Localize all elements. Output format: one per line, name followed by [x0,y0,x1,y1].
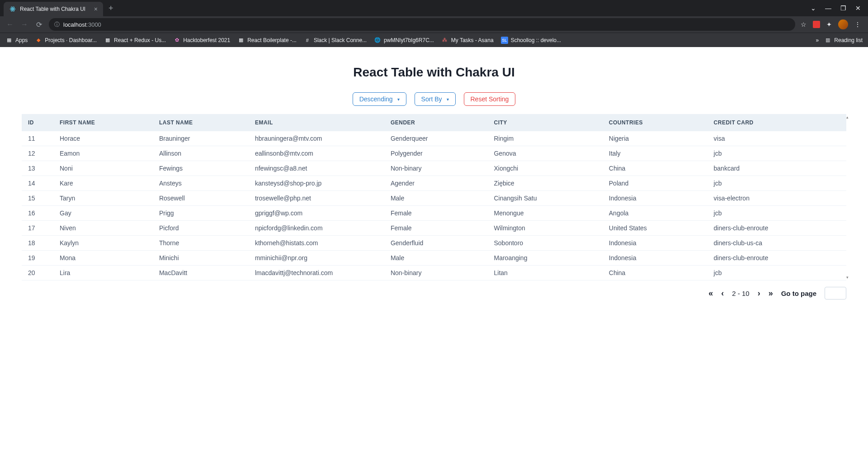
cell-cc: jcb [708,146,846,161]
cell-id: 15 [22,191,53,206]
cell-last: Allinson [153,146,249,161]
col-gender[interactable]: GENDER [384,114,488,131]
bookmark-hacktoberfest[interactable]: ✿Hacktoberfest 2021 [173,37,230,44]
reload-icon[interactable]: ⟳ [34,20,43,29]
cell-cc: diners-club-enroute [708,221,846,236]
go-to-page-label: Go to page [781,290,816,297]
scroll-down-icon[interactable]: ▾ [846,275,849,280]
avatar[interactable] [838,19,848,29]
table-header-row: ID FIRST NAME LAST NAME EMAIL GENDER CIT… [22,114,846,131]
cell-first: Gay [53,206,153,221]
cell-gender: Female [384,221,488,236]
table-controls: Descending▾ Sort By▾ Reset Sorting [0,92,868,106]
hacktoberfest-icon: ✿ [173,37,180,44]
extension-icon[interactable] [813,21,820,28]
cell-city: Wilmington [487,221,602,236]
col-email[interactable]: EMAIL [249,114,384,131]
table-row: 13NoniFewingsnfewingsc@a8.netNon-binaryX… [22,161,846,176]
cell-first: Niven [53,221,153,236]
browser-tab[interactable]: React Table with Chakra UI × [4,2,103,16]
reading-list-button[interactable]: ▥Reading list [824,37,863,44]
forward-icon[interactable]: → [20,20,29,29]
cell-id: 17 [22,221,53,236]
cell-last: Brauninger [153,131,249,146]
table-row: 16GayPrigggpriggf@wp.comFemaleMenongueAn… [22,206,846,221]
descending-select[interactable]: Descending▾ [353,92,406,106]
cell-id: 16 [22,206,53,221]
address-bar[interactable]: ⓘ localhost:3000 [49,18,795,31]
bookmark-boilerplate[interactable]: ▩React Boilerplate -... [237,37,297,44]
cell-email: eallinsonb@mtv.com [249,146,384,161]
bookmark-slack[interactable]: #Slack | Slack Conne... [304,37,367,44]
col-countries[interactable]: COUNTRIES [603,114,708,131]
bookmark-apps[interactable]: ▦Apps [5,37,28,44]
col-city[interactable]: CITY [487,114,602,131]
bookmark-react-redux[interactable]: ▩React + Redux - Us... [104,37,166,44]
bookmarks-overflow[interactable]: » [816,37,819,43]
extensions-icon[interactable]: ✦ [826,21,832,28]
svg-point-0 [12,9,13,10]
bookmark-random[interactable]: 🌐pwMNIyt7bIg6R7C... [374,37,434,44]
next-page-button[interactable]: › [758,289,760,298]
cell-city: Cinangsih Satu [487,191,602,206]
cell-country: China [603,266,708,281]
table-row: 14KareAnsteyskansteysd@shop-pro.jpAgende… [22,176,846,191]
col-last-name[interactable]: LAST NAME [153,114,249,131]
first-page-button[interactable]: « [708,289,713,298]
prev-page-button[interactable]: ‹ [721,289,724,298]
cell-cc: jcb [708,176,846,191]
star-icon[interactable]: ☆ [801,21,807,28]
cell-city: Sobontoro [487,236,602,251]
slack-icon: # [304,37,311,44]
cell-email: npicfordg@linkedin.com [249,221,384,236]
new-tab-button[interactable]: + [103,4,119,13]
bookmark-asana[interactable]: ⁂My Tasks - Asana [441,37,494,44]
menu-icon[interactable]: ⋮ [854,21,861,28]
cell-city: Ringim [487,131,602,146]
page-icon: ▩ [104,37,111,44]
page-icon: ▩ [237,37,245,44]
cell-email: kansteysd@shop-pro.jp [249,176,384,191]
data-table: ID FIRST NAME LAST NAME EMAIL GENDER CIT… [22,114,846,281]
cell-email: mminichii@npr.org [249,251,384,266]
go-to-page-input[interactable] [825,287,846,300]
cell-country: Indonesia [603,251,708,266]
cell-city: Genova [487,146,602,161]
col-id[interactable]: ID [22,114,53,131]
chevron-down-icon[interactable]: ⌄ [811,5,816,12]
tab-bar: React Table with Chakra UI × + ⌄ ― ❐ ✕ [0,0,868,16]
cell-id: 19 [22,251,53,266]
tab-title: React Table with Chakra UI [20,6,90,12]
cell-id: 11 [22,131,53,146]
last-page-button[interactable]: » [769,289,773,298]
cell-gender: Female [384,206,488,221]
bookmark-projects[interactable]: ◆Projects · Dashboar... [35,37,97,44]
cell-country: Indonesia [603,236,708,251]
minimize-icon[interactable]: ― [825,5,831,12]
back-icon[interactable]: ← [5,20,14,29]
cell-last: Fewings [153,161,249,176]
react-icon [9,5,16,13]
reset-sorting-button[interactable]: Reset Sorting [464,92,516,106]
cell-city: Maroanging [487,251,602,266]
chevron-down-icon: ▾ [397,97,400,102]
cell-city: Litan [487,266,602,281]
table-row: 15TarynRosewelltrosewelle@php.netMaleCin… [22,191,846,206]
cell-first: Lira [53,266,153,281]
cell-first: Eamon [53,146,153,161]
asana-icon: ⁂ [441,37,448,44]
col-credit-card[interactable]: CREDIT CARD [708,114,846,131]
maximize-icon[interactable]: ❐ [840,5,846,12]
cell-email: hbrauningera@mtv.com [249,131,384,146]
page-range: 2 - 10 [732,290,749,297]
scrollbar[interactable]: ▴ ▾ [845,114,851,281]
bookmark-schoollog[interactable]: SLSchoollog :: develo... [501,37,561,44]
close-icon[interactable]: × [94,5,98,13]
cell-gender: Genderfluid [384,236,488,251]
cell-gender: Non-binary [384,266,488,281]
sort-by-select[interactable]: Sort By▾ [415,92,456,106]
col-first-name[interactable]: FIRST NAME [53,114,153,131]
close-window-icon[interactable]: ✕ [855,5,861,12]
cell-cc: diners-club-us-ca [708,236,846,251]
scroll-up-icon[interactable]: ▴ [846,115,849,119]
